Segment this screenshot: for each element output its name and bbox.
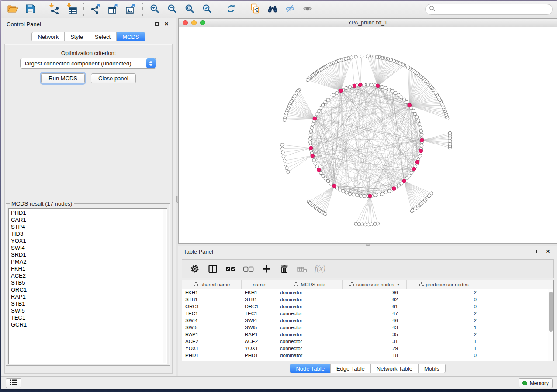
search-box (425, 4, 553, 15)
cell-MCDS-role: dominator (277, 332, 343, 337)
mcds-result-list[interactable]: PHD1CAR1STP4TID3YOX1SWI4SRD1PMA2FKH1ACE2… (8, 208, 167, 364)
column-header-successor-nodes[interactable]: successor nodes▾ (343, 280, 407, 289)
mcds-list-scrollbar[interactable] (163, 209, 166, 363)
new-network-from-selection-icon (249, 3, 261, 16)
table-row[interactable]: SWI5SWI5connector431 (182, 324, 553, 331)
mcds-result-item[interactable]: TEC1 (11, 314, 167, 321)
scrollbar-thumb[interactable] (549, 292, 553, 332)
mcds-result-item[interactable]: ORC1 (11, 286, 167, 293)
mcds-result-item[interactable]: SRD1 (11, 251, 167, 258)
mcds-result-item[interactable]: FKH1 (11, 265, 167, 272)
function-builder-icon: f(x) (315, 264, 325, 273)
column-header-name[interactable]: name (242, 280, 277, 289)
zoom-selected-button[interactable] (198, 2, 216, 17)
close-panel-icon[interactable]: ✕ (544, 248, 552, 255)
table-panel: Table Panel ✕ f(x) shared namenameM (178, 246, 557, 376)
menu-list-button[interactable] (6, 378, 21, 388)
column-header-shared-name[interactable]: shared name (182, 280, 242, 289)
menu-list-icon (10, 379, 17, 387)
attribute-type-icon (294, 282, 298, 287)
zoom-fit-button[interactable] (181, 2, 198, 17)
export-image-button[interactable] (122, 2, 139, 17)
table-row[interactable]: SWI4SWI4dominator462 (182, 317, 553, 324)
search-input[interactable] (436, 7, 549, 13)
mcds-result-item[interactable]: TID3 (11, 230, 167, 237)
import-table-button[interactable] (63, 2, 80, 17)
gear-icon[interactable] (189, 263, 201, 275)
optimization-criterion-select[interactable]: largest connected component (undirected) (20, 58, 156, 69)
node-table[interactable]: shared namenameMCDS rolesuccessor nodes▾… (182, 280, 554, 361)
select-all-rows-icon[interactable] (225, 263, 236, 275)
tab-motifs[interactable]: Motifs (419, 364, 445, 373)
import-network-button[interactable] (45, 2, 63, 17)
mcds-result-item[interactable]: SWI4 (11, 244, 167, 251)
cell-MCDS-role: connector (277, 346, 343, 351)
table-row[interactable]: FKH1FKH1dominator962 (182, 289, 553, 296)
table-panel-title: Table Panel (183, 248, 213, 255)
mcds-result-item[interactable]: STB1 (11, 300, 167, 307)
export-network-button[interactable] (87, 2, 104, 17)
cell-predecessor-nodes: 0 (407, 297, 481, 302)
table-row[interactable]: PHD1PHD1dominator180 (182, 352, 553, 359)
table-row[interactable]: YOX1YOX1connector291 (182, 345, 553, 352)
network-canvas[interactable] (178, 27, 557, 244)
split-table-icon[interactable] (207, 263, 218, 275)
sort-chevron-icon[interactable]: ▾ (397, 282, 399, 287)
table-row[interactable]: RAP1RAP1dominator352 (182, 331, 553, 338)
tab-select[interactable]: Select (89, 32, 117, 41)
mcds-result-item[interactable]: STP4 (11, 224, 167, 230)
tab-style[interactable]: Style (65, 32, 89, 41)
table-row[interactable]: ORC1ORC1dominator610 (182, 303, 553, 310)
add-column-icon[interactable] (261, 263, 272, 275)
run-mcds-button[interactable]: Run MCDS (41, 73, 85, 83)
table-row[interactable]: STB1STB1dominator620 (182, 296, 553, 303)
mcds-result-item[interactable]: PMA2 (11, 258, 167, 265)
table-row[interactable]: ACE2ACE2connector311 (182, 338, 553, 345)
column-header-predecessor-nodes[interactable]: predecessor nodes (407, 280, 481, 289)
mcds-result-item[interactable]: GCR1 (11, 321, 167, 328)
import-table-icon (66, 3, 77, 16)
show-all-button[interactable] (299, 2, 316, 17)
cell-name: TEC1 (242, 311, 277, 316)
close-panel-icon[interactable]: ✕ (163, 20, 170, 28)
save-session-icon (25, 3, 35, 16)
cytoscape-window: Control Panel ✕ NetworkStyleSelectMCDS O… (1, 1, 557, 389)
hide-selected-button[interactable] (281, 2, 299, 17)
tab-edge-table[interactable]: Edge Table (331, 364, 371, 373)
open-session-button[interactable] (4, 2, 21, 17)
float-panel-icon[interactable] (534, 248, 542, 255)
mcds-result-item[interactable]: ACE2 (11, 272, 167, 279)
table-scrollbar[interactable] (548, 289, 553, 361)
deselect-all-rows-icon[interactable] (243, 263, 254, 275)
tab-mcds[interactable]: MCDS (117, 32, 145, 41)
mcds-result-item[interactable]: YOX1 (11, 237, 167, 244)
new-network-from-selection-button[interactable] (246, 2, 264, 17)
mcds-result-item[interactable]: CAR1 (11, 217, 167, 224)
delete-column-icon[interactable] (279, 263, 290, 275)
export-image-icon (125, 3, 136, 16)
export-table-button[interactable] (104, 2, 122, 17)
cell-predecessor-nodes: 2 (407, 332, 481, 337)
mcds-result-item[interactable]: PHD1 (11, 210, 167, 217)
zoom-in-button[interactable] (146, 2, 163, 17)
tab-network-table[interactable]: Network Table (371, 364, 419, 373)
refresh-layout-button[interactable] (222, 2, 240, 17)
float-panel-icon[interactable] (153, 20, 161, 28)
zoom-out-button[interactable] (163, 2, 181, 17)
first-neighbors-button[interactable] (264, 2, 281, 17)
cell-name: ORC1 (242, 304, 277, 309)
toolbar-separator (243, 3, 243, 16)
cell-successor-nodes: 47 (343, 311, 407, 316)
splitter-handle[interactable] (366, 244, 370, 246)
splitter-handle[interactable] (176, 196, 178, 203)
close-panel-button[interactable]: Close panel (91, 73, 136, 83)
mcds-result-item[interactable]: RAP1 (11, 293, 167, 300)
tab-network[interactable]: Network (32, 32, 65, 41)
save-session-button[interactable] (21, 2, 39, 17)
tab-node-table[interactable]: Node Table (290, 364, 331, 373)
mcds-result-item[interactable]: STB5 (11, 279, 167, 286)
table-row[interactable]: TEC1TEC1connector472 (182, 310, 553, 317)
column-header-MCDS-role[interactable]: MCDS role (277, 280, 343, 289)
memory-button[interactable]: Memory (519, 378, 553, 388)
mcds-result-item[interactable]: SWI5 (11, 307, 167, 314)
